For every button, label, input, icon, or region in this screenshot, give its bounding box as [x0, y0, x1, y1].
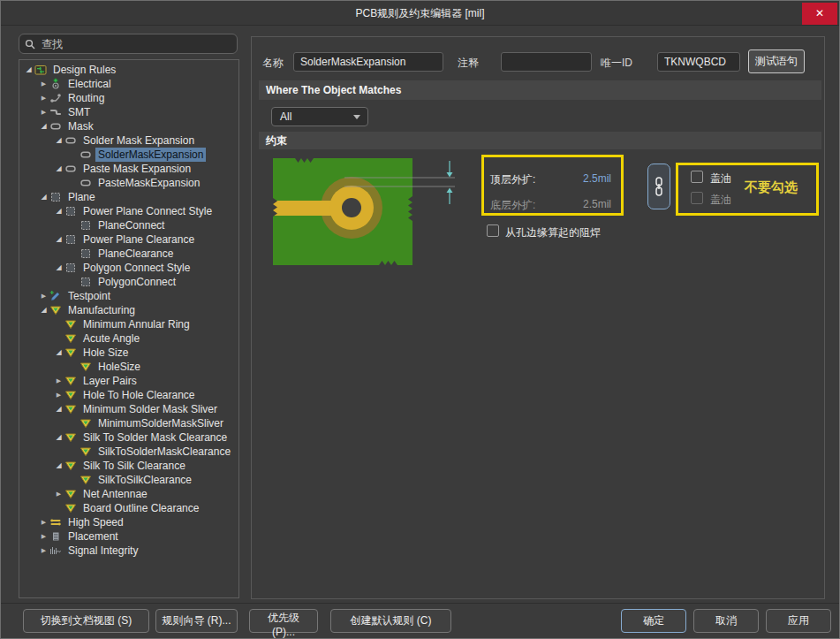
tree-item[interactable]: ▶ High Speed: [19, 515, 238, 529]
tree-item[interactable]: ◢ Silk To Silk Clearance: [19, 459, 238, 473]
window-title: PCB规则及约束编辑器 [mil]: [1, 6, 839, 21]
expand-arrow-icon[interactable]: ◢: [38, 119, 49, 133]
search-input[interactable]: [40, 37, 231, 51]
tree-item[interactable]: PlaneConnect: [19, 218, 238, 232]
ok-button[interactable]: 确定: [621, 609, 686, 633]
tree-item[interactable]: PolygonConnect: [19, 275, 238, 289]
chain-link-icon: [654, 176, 664, 197]
plane-icon: [64, 233, 78, 246]
tree-item[interactable]: ▶ Signal Integrity: [19, 544, 238, 558]
test-query-button[interactable]: 测试语句: [748, 49, 805, 73]
switch-to-document-view-button[interactable]: 切换到文档视图 (S): [23, 609, 149, 633]
expand-arrow-icon[interactable]: ▶: [38, 77, 49, 91]
priorities-button[interactable]: 优先级 (P)...: [249, 609, 318, 633]
design-rules-icon: [34, 64, 48, 76]
tree-item[interactable]: ◢ Hole Size: [19, 346, 238, 360]
expand-arrow-icon[interactable]: ◢: [38, 190, 49, 204]
expand-arrow-icon[interactable]: ◢: [23, 63, 34, 77]
tree-item[interactable]: PasteMaskExpansion: [19, 176, 238, 190]
tree-item[interactable]: SolderMaskExpansion: [19, 148, 238, 162]
expand-arrow-icon[interactable]: ◢: [53, 459, 64, 473]
tree-item[interactable]: SilkToSilkClearance: [19, 473, 238, 487]
tree-item[interactable]: ◢ Power Plane Connect Style: [19, 204, 238, 218]
manufacturing-icon: [79, 445, 93, 458]
apply-button[interactable]: 应用: [766, 609, 831, 633]
tree-item[interactable]: ◢ Paste Mask Expansion: [19, 162, 238, 176]
manufacturing-icon: [64, 375, 78, 387]
expand-arrow-icon[interactable]: ▶: [53, 374, 64, 388]
mask-icon: [64, 134, 78, 147]
tenting-top-checkbox[interactable]: [691, 171, 703, 183]
expand-arrow-icon[interactable]: ◢: [38, 303, 49, 317]
top-expansion-label: 顶层外扩:: [490, 172, 535, 187]
cancel-button[interactable]: 取消: [693, 609, 759, 633]
tree-item[interactable]: ◢ Power Plane Clearance: [19, 232, 238, 247]
testpoint-icon: [49, 290, 63, 302]
manufacturing-icon: [64, 488, 78, 500]
bottom-expansion-value[interactable]: 2.5mil: [556, 198, 611, 210]
expand-arrow-icon[interactable]: ▶: [53, 388, 64, 402]
manufacturing-icon: [79, 417, 93, 430]
expand-arrow-icon[interactable]: ▶: [38, 105, 49, 119]
expand-arrow-icon[interactable]: ▶: [38, 91, 49, 105]
expand-arrow-icon[interactable]: ▶: [53, 487, 64, 501]
comment-input[interactable]: [501, 52, 592, 72]
name-input[interactable]: [293, 52, 443, 72]
tree-item[interactable]: ◢ Manufacturing: [19, 303, 238, 317]
tree-item[interactable]: ◢ Design Rules: [19, 63, 238, 77]
tree-item[interactable]: Minimum Annular Ring: [19, 317, 238, 331]
unique-id-input[interactable]: [657, 52, 740, 72]
top-expansion-value[interactable]: 2.5mil: [556, 172, 611, 185]
expand-arrow-icon[interactable]: ▶: [38, 529, 49, 544]
expand-arrow-icon[interactable]: ▶: [38, 515, 49, 529]
search-box[interactable]: [19, 34, 238, 54]
mask-icon: [79, 177, 93, 189]
expand-arrow-icon[interactable]: ◢: [53, 346, 64, 360]
manufacturing-icon: [64, 389, 78, 401]
tree-item[interactable]: ▶ Electrical: [19, 77, 238, 91]
tree-item[interactable]: ▶ SMT: [19, 105, 238, 119]
rule-editor-panel: 名称 注释 唯一ID 测试语句 Where The Object Matches…: [251, 36, 825, 599]
create-default-rules-button[interactable]: 创建默认规则 (C): [330, 609, 451, 633]
tree-item[interactable]: HoleSize: [19, 360, 238, 374]
tree-item[interactable]: SilkToSolderMaskClearance: [19, 445, 238, 459]
tree-item[interactable]: ▶ Placement: [19, 529, 238, 544]
tree-item[interactable]: ◢ Solder Mask Expansion: [19, 133, 238, 148]
bottom-expansion-label: 底层外扩:: [490, 198, 535, 213]
rule-wizard-button[interactable]: 规则向导 (R)...: [155, 609, 238, 633]
tree-item[interactable]: Board Outline Clearance: [19, 501, 238, 515]
tree-item[interactable]: ▶ Net Antennae: [19, 487, 238, 501]
tree-item[interactable]: ◢ Silk To Solder Mask Clearance: [19, 430, 238, 445]
scope-dropdown[interactable]: All: [271, 107, 368, 126]
tenting-top-label: 盖油: [710, 171, 731, 186]
tree-item[interactable]: ▶ Routing: [19, 91, 238, 105]
expand-arrow-icon[interactable]: ▶: [38, 289, 49, 303]
expand-arrow-icon[interactable]: ◢: [53, 204, 64, 218]
expand-arrow-icon[interactable]: ◢: [53, 133, 64, 148]
tree-item[interactable]: ◢ Polygon Connect Style: [19, 261, 238, 275]
tree-item[interactable]: PlaneClearance: [19, 247, 238, 261]
expand-arrow-icon[interactable]: ◢: [53, 261, 64, 275]
expand-arrow-icon[interactable]: ◢: [53, 162, 64, 176]
tree-item[interactable]: ▶ Hole To Hole Clearance: [19, 388, 238, 402]
mask-icon: [79, 148, 93, 161]
tree-item[interactable]: ◢ Minimum Solder Mask Sliver: [19, 402, 238, 416]
tree-item[interactable]: MinimumSolderMaskSliver: [19, 416, 238, 430]
tree-item[interactable]: Acute Angle: [19, 331, 238, 346]
where-matches-header: Where The Object Matches: [259, 80, 821, 100]
from-hole-edge-checkbox[interactable]: [487, 224, 499, 237]
expand-arrow-icon[interactable]: ◢: [53, 232, 64, 247]
tree-item[interactable]: ◢ Plane: [19, 190, 238, 204]
link-top-bottom-button[interactable]: [647, 164, 670, 209]
manufacturing-icon: [49, 304, 63, 316]
expand-arrow-icon[interactable]: ◢: [53, 430, 64, 445]
signal-icon: [49, 544, 63, 557]
close-button[interactable]: ✕: [802, 3, 837, 25]
manufacturing-icon: [64, 502, 78, 514]
tree-item[interactable]: ◢ Mask: [19, 119, 238, 133]
expand-arrow-icon[interactable]: ▶: [38, 544, 49, 558]
tree-item[interactable]: ▶ Testpoint: [19, 289, 238, 303]
tree-item[interactable]: ▶ Layer Pairs: [19, 374, 238, 388]
expand-arrow-icon[interactable]: ◢: [53, 402, 64, 416]
do-not-check-annotation: 不要勾选: [745, 179, 798, 196]
